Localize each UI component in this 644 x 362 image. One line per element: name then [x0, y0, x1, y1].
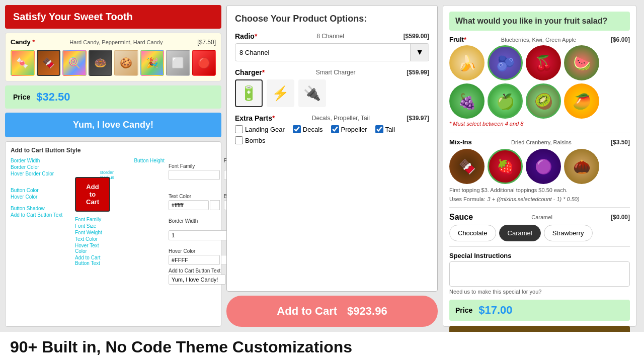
- label-font-size-inline[interactable]: Font Size: [75, 223, 110, 229]
- label-button-height[interactable]: Button Height: [134, 158, 165, 163]
- propeller-checkbox[interactable]: [331, 125, 339, 133]
- fruit-grape[interactable]: 🍇: [449, 83, 485, 119]
- candy-header: Satisfy Your Sweet Tooth: [5, 5, 221, 29]
- product-add-to-cart-button[interactable]: Add to Cart $923.96: [226, 296, 438, 327]
- candy-add-to-cart-button[interactable]: Yum, I love Candy!: [5, 113, 221, 137]
- candy-title: Satisfy Your Sweet Tooth: [13, 11, 133, 22]
- hover-color-input[interactable]: [169, 255, 220, 265]
- charger-option-3[interactable]: 🔌: [298, 79, 326, 107]
- candy-option-6[interactable]: 🎉: [140, 50, 165, 76]
- label-hover-color[interactable]: Hover Color: [11, 194, 71, 200]
- mixin-images: 🍫 🍓 🟣 🌰: [449, 149, 630, 184]
- label-add-cart-text-inline[interactable]: Add to Cart Button Text: [75, 255, 110, 266]
- charger-info: Smart Charger: [316, 69, 356, 76]
- label-button-shadow[interactable]: Button Shadow: [11, 206, 71, 211]
- special-instructions-input[interactable]: [449, 261, 630, 287]
- font-family-label: Font Family: [169, 163, 220, 169]
- candy-price-row: Price $32.50: [5, 85, 221, 109]
- candy-price-value: $32.50: [36, 90, 70, 104]
- label-font-weight-inline[interactable]: Font Weight: [75, 230, 110, 235]
- candy-option-5[interactable]: 🍪: [114, 50, 138, 76]
- candy-option-8[interactable]: 🔴: [192, 50, 216, 76]
- landing-gear-item[interactable]: Landing Gear: [235, 125, 285, 133]
- label-font-family-inline[interactable]: Font Family: [75, 217, 110, 222]
- label-text-color-inline[interactable]: Text Color: [75, 236, 110, 242]
- add-cart-text-input[interactable]: [169, 275, 226, 285]
- product-options-title: Choose Your Product Options:: [235, 14, 429, 24]
- fruit-banana[interactable]: 🍌: [449, 45, 485, 80]
- bombs-checkbox[interactable]: [235, 136, 243, 144]
- fruit-info: Blueberries, Kiwi, Green Apple: [501, 37, 576, 43]
- candy-label: Candy *: [11, 38, 35, 46]
- sauce-label: Sauce: [449, 213, 473, 222]
- formula-label: Uses Formula:: [449, 196, 486, 202]
- sauce-caramel-button[interactable]: Caramel: [499, 225, 541, 241]
- fruit-section: Fruit* Blueberries, Kiwi, Green Apple [$…: [449, 36, 630, 128]
- candy-price-label: Price: [13, 93, 30, 101]
- candy-option-7[interactable]: ⬜: [166, 50, 190, 76]
- sauce-strawberry-button[interactable]: Strawberry: [544, 225, 593, 241]
- extra-parts-option-row: Extra Parts* Decals, Propeller, Tail [$3…: [235, 114, 429, 144]
- bombs-item[interactable]: Bombs: [235, 136, 265, 144]
- preview-add-to-cart-button[interactable]: Add to Cart: [75, 177, 110, 212]
- fruit-cherry[interactable]: 🍒: [526, 45, 561, 80]
- candy-option-4[interactable]: 🍩: [89, 50, 113, 76]
- fruit-blueberry[interactable]: 🫐: [488, 45, 523, 80]
- fruit-kiwi[interactable]: 🥝: [526, 83, 561, 119]
- decals-item[interactable]: Decals: [293, 125, 323, 133]
- candy-subtitle: Hard Candy, Peppermint, Hard Candy: [69, 39, 163, 45]
- charger-option-1[interactable]: 🔋: [235, 79, 263, 107]
- mixin-chocolate[interactable]: 🍫: [449, 149, 485, 184]
- charger-label: Charger*: [235, 68, 265, 76]
- radio-option-row: Radio* 8 Channel [$599.00] 8 Channel ▼: [235, 32, 429, 61]
- label-add-cart-btn-text[interactable]: Add to Cart Button Text: [11, 212, 71, 218]
- candy-images: 🍬 🍫 🍭 🍩 🍪 🎉 ⬜ 🔴: [11, 50, 216, 76]
- custom-left-labels: Border Width Border Color Hover Border C…: [11, 158, 71, 285]
- mixin-cranberry[interactable]: 🍓: [488, 149, 523, 184]
- mixins-section: Mix-Ins Dried Cranberry, Raisins [$3.50]…: [449, 138, 630, 202]
- fruit-apple[interactable]: 🍏: [488, 83, 523, 119]
- sauce-buttons: Chocolate Caramel Strawberry: [449, 225, 630, 241]
- radio-select[interactable]: 8 Channel: [235, 45, 410, 60]
- add-cart-text-label: Add to Cart Button Text: [169, 268, 226, 274]
- sauce-chocolate-button[interactable]: Chocolate: [449, 225, 496, 241]
- label-border-color[interactable]: Border Color: [11, 164, 71, 170]
- divider-2: [449, 207, 630, 208]
- text-color-swatch[interactable]: [210, 200, 220, 210]
- label-button-color[interactable]: Button Color: [11, 188, 71, 193]
- text-color-input[interactable]: [169, 200, 209, 210]
- mixin-raisin[interactable]: 🟣: [526, 149, 561, 184]
- product-total: $923.96: [347, 305, 387, 318]
- add-to-cart-label: Add to Cart: [277, 305, 337, 318]
- tail-checkbox[interactable]: [375, 125, 383, 133]
- landing-gear-checkbox[interactable]: [235, 125, 243, 133]
- label-border-width[interactable]: Border Width: [11, 158, 71, 163]
- font-family-input[interactable]: [169, 170, 220, 180]
- bottom-banner-text: 90+ Built in, No Code Theme Customizatio…: [10, 338, 352, 356]
- mixin-almond[interactable]: 🌰: [564, 149, 599, 184]
- fruit-watermelon[interactable]: 🍉: [564, 45, 599, 80]
- extra-parts-price: [$39.97]: [407, 115, 429, 122]
- fruit-mango[interactable]: 🥭: [564, 83, 599, 119]
- propeller-item[interactable]: Propeller: [331, 125, 367, 133]
- tail-item[interactable]: Tail: [375, 125, 395, 133]
- candy-option-1[interactable]: 🍬: [11, 50, 35, 76]
- extra-parts-checkboxes: Landing Gear Decals Propeller Tail: [235, 125, 429, 133]
- label-hover-text-color-inline[interactable]: Hover Text Color: [75, 243, 110, 254]
- customization-panel: Add to Cart Button Style Border Width Bo…: [5, 141, 221, 327]
- special-note: Need us to make this special for you?: [449, 289, 630, 295]
- charger-option-row: Charger* Smart Charger [$59.99] 🔋 ⚡ 🔌: [235, 68, 429, 107]
- charger-option-2[interactable]: ⚡: [267, 79, 294, 107]
- candy-price: [$7.50]: [197, 39, 216, 46]
- toppings-note: First topping $3. Additional toppings $0…: [449, 187, 630, 193]
- candy-option-3[interactable]: 🍭: [62, 50, 87, 76]
- radio-select-arrow[interactable]: ▼: [410, 44, 429, 61]
- candy-option-2[interactable]: 🍫: [37, 50, 61, 76]
- text-color-label: Text Color: [169, 194, 220, 199]
- decals-checkbox[interactable]: [293, 125, 301, 133]
- fruit-header: What would you like in your fruit salad?: [449, 12, 630, 31]
- fruit-panel: What would you like in your fruit salad?…: [443, 5, 636, 327]
- fruit-warning: * Must select between 4 and 8: [449, 121, 523, 127]
- label-hover-border-color[interactable]: Hover Border Color: [11, 171, 71, 176]
- hover-color-label: Hover Color: [169, 248, 231, 254]
